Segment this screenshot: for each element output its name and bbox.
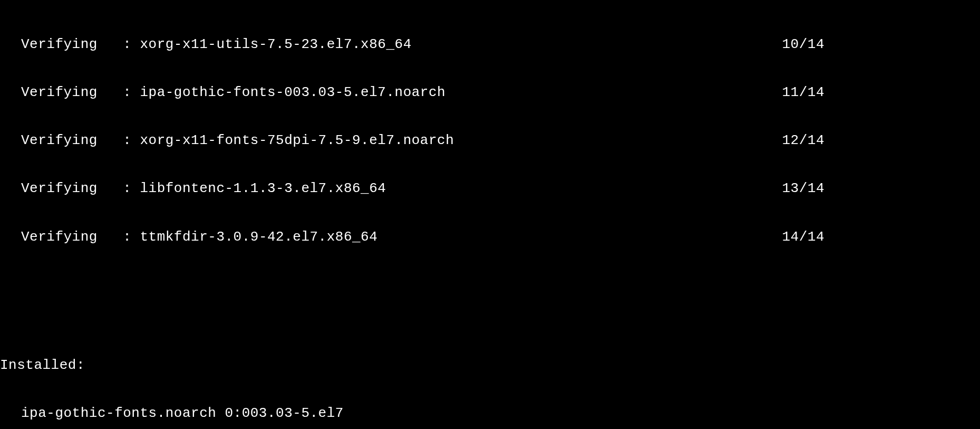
terminal-output[interactable]: Verifying : xorg-x11-utils-7.5-23.el7.x8… [0,0,980,429]
verify-line: Verifying : ipa-gothic-fonts-003.03-5.el… [0,84,980,100]
verify-label: Verifying : [21,180,131,196]
verify-label: Verifying : [21,132,131,148]
verify-label: Verifying : [21,229,131,245]
verify-package: libfontenc-1.1.3-3.el7.x86_64 [140,180,386,196]
verify-count: 10/14 [782,36,824,52]
verify-line: Verifying : xorg-x11-utils-7.5-23.el7.x8… [0,36,980,52]
verify-package: ipa-gothic-fonts-003.03-5.el7.noarch [140,84,445,100]
blank-line [0,293,980,309]
verify-package: xorg-x11-utils-7.5-23.el7.x86_64 [140,36,411,52]
verify-count: 11/14 [782,84,824,100]
installed-item: ipa-gothic-fonts.noarch 0:003.03-5.el7 [0,405,980,421]
verify-line: Verifying : xorg-x11-fonts-75dpi-7.5-9.e… [0,132,980,148]
verify-package: ttmkfdir-3.0.9-42.el7.x86_64 [140,229,377,245]
verify-count: 12/14 [782,132,824,148]
verify-line: Verifying : libfontenc-1.1.3-3.el7.x86_6… [0,180,980,196]
verify-count: 13/14 [782,180,824,196]
verify-count: 14/14 [782,229,824,245]
verify-package: xorg-x11-fonts-75dpi-7.5-9.el7.noarch [140,132,454,148]
installed-header: Installed: [0,357,980,373]
verify-label: Verifying : [21,84,131,100]
verify-label: Verifying : [21,36,131,52]
verify-line: Verifying : ttmkfdir-3.0.9-42.el7.x86_64… [0,229,980,245]
